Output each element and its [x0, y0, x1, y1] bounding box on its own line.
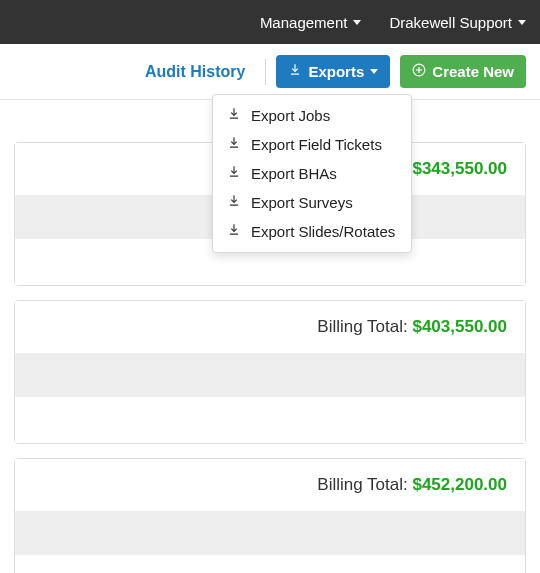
export-slides-rotates-item[interactable]: Export Slides/Rotates — [213, 217, 411, 246]
card-body — [15, 397, 525, 443]
billing-total-value: $343,550.00 — [412, 159, 507, 178]
export-bhas-item[interactable]: Export BHAs — [213, 159, 411, 188]
billing-total-label: Billing Total: — [317, 475, 407, 494]
billing-total-value: $403,550.00 — [412, 317, 507, 336]
card-body — [15, 555, 525, 573]
download-icon — [227, 194, 241, 211]
nav-management-label: Management — [260, 14, 348, 31]
dropdown-item-label: Export Surveys — [251, 194, 353, 211]
dropdown-item-label: Export Jobs — [251, 107, 330, 124]
card-header: Billing Total: $403,550.00 — [15, 301, 525, 353]
divider — [265, 59, 266, 85]
caret-down-icon — [370, 69, 378, 74]
download-icon — [227, 223, 241, 240]
exports-button-label: Exports — [308, 63, 364, 80]
dropdown-item-label: Export Field Tickets — [251, 136, 382, 153]
billing-total-value: $452,200.00 — [412, 475, 507, 494]
card-subheader — [15, 353, 525, 397]
nav-support[interactable]: Drakewell Support — [389, 14, 526, 31]
export-jobs-item[interactable]: Export Jobs — [213, 101, 411, 130]
topbar: Management Drakewell Support — [0, 0, 540, 44]
billing-card: Billing Total: $452,200.00 — [14, 458, 526, 573]
download-icon — [227, 107, 241, 124]
download-icon — [227, 165, 241, 182]
toolbar: Audit History Exports Create New — [0, 44, 540, 100]
audit-history-link[interactable]: Audit History — [135, 63, 255, 81]
download-icon — [227, 136, 241, 153]
caret-down-icon — [518, 20, 526, 25]
create-new-button-label: Create New — [432, 63, 514, 80]
export-field-tickets-item[interactable]: Export Field Tickets — [213, 130, 411, 159]
card-subheader — [15, 511, 525, 555]
caret-down-icon — [353, 20, 361, 25]
plus-circle-icon — [412, 63, 426, 80]
exports-button[interactable]: Exports — [276, 55, 390, 88]
dropdown-item-label: Export BHAs — [251, 165, 337, 182]
nav-management[interactable]: Management — [260, 14, 362, 31]
billing-total-label: Billing Total: — [317, 317, 407, 336]
exports-dropdown: Export Jobs Export Field Tickets Export … — [212, 94, 412, 253]
nav-support-label: Drakewell Support — [389, 14, 512, 31]
export-surveys-item[interactable]: Export Surveys — [213, 188, 411, 217]
card-header: Billing Total: $452,200.00 — [15, 459, 525, 511]
create-new-button[interactable]: Create New — [400, 55, 526, 88]
download-icon — [288, 63, 302, 80]
dropdown-item-label: Export Slides/Rotates — [251, 223, 395, 240]
billing-card: Billing Total: $403,550.00 — [14, 300, 526, 444]
